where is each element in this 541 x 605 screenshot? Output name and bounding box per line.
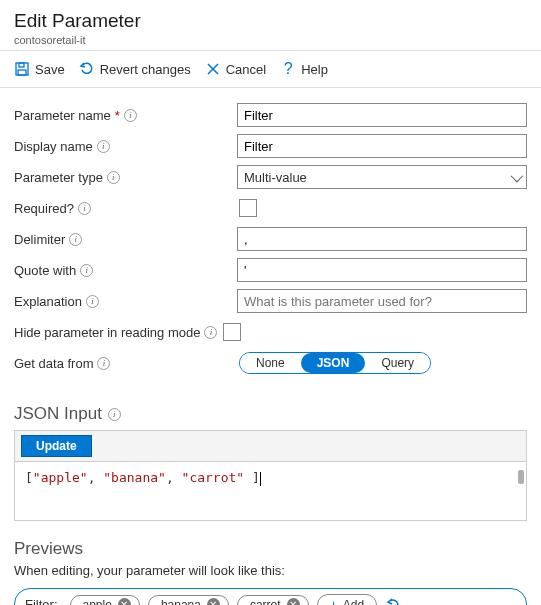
explanation-input[interactable] (237, 289, 527, 313)
close-icon[interactable]: ✕ (207, 598, 220, 605)
close-icon[interactable]: ✕ (118, 598, 131, 605)
code-comma: , (88, 470, 104, 485)
help-button[interactable]: ? Help (280, 61, 328, 77)
cancel-icon (205, 61, 221, 77)
page-title: Edit Parameter (14, 10, 527, 32)
info-icon[interactable]: i (69, 233, 82, 246)
hide-reading-label: Hide parameter in reading mode (14, 325, 200, 340)
help-icon: ? (280, 61, 296, 77)
delimiter-label: Delimiter (14, 232, 65, 247)
param-name-label: Parameter name (14, 108, 111, 123)
pill-text: banana (161, 598, 201, 606)
json-toolbar: Update (15, 431, 526, 462)
page-subtitle: contosoretail-it (14, 34, 527, 46)
required-label: Required? (14, 201, 74, 216)
pill-text: apple (83, 598, 112, 606)
get-data-label: Get data from (14, 356, 93, 371)
pill-item[interactable]: apple ✕ (70, 595, 140, 606)
info-icon[interactable]: i (97, 357, 110, 370)
help-label: Help (301, 62, 328, 77)
preview-pill-row: Filter: apple ✕ banana ✕ carrot ✕ + Add (14, 588, 527, 606)
chevron-down-icon (511, 170, 520, 185)
cancel-button[interactable]: Cancel (205, 61, 266, 77)
header: Edit Parameter contosoretail-it (0, 0, 541, 51)
info-icon[interactable]: i (97, 140, 110, 153)
seg-json[interactable]: JSON (301, 353, 366, 373)
get-data-segmented: None JSON Query (239, 352, 431, 374)
pill-text: carrot (250, 598, 281, 606)
info-icon[interactable]: i (80, 264, 93, 277)
info-icon[interactable]: i (124, 109, 137, 122)
text-caret (260, 472, 261, 486)
code-bracket: [ (25, 470, 33, 485)
json-input-box: Update ["apple", "banana", "carrot" ] (14, 430, 527, 521)
undo-button[interactable] (385, 597, 401, 606)
previews-subhead: When editing, your parameter will look l… (14, 563, 527, 578)
revert-icon (79, 61, 95, 77)
explanation-label: Explanation (14, 294, 82, 309)
previews-heading: Previews (14, 539, 527, 559)
display-name-label: Display name (14, 139, 93, 154)
json-input-heading: JSON Input i (14, 404, 527, 424)
json-editor[interactable]: ["apple", "banana", "carrot" ] (15, 462, 526, 520)
json-input-heading-text: JSON Input (14, 404, 102, 424)
revert-label: Revert changes (100, 62, 191, 77)
info-icon[interactable]: i (108, 408, 121, 421)
add-pill-button[interactable]: + Add (317, 594, 378, 606)
save-icon (14, 61, 30, 77)
svg-rect-1 (19, 63, 24, 67)
info-icon[interactable]: i (107, 171, 120, 184)
param-type-select[interactable]: Multi-value (237, 165, 527, 189)
quote-with-input[interactable] (237, 258, 527, 282)
plus-icon: + (330, 597, 338, 606)
scrollbar-thumb[interactable] (518, 470, 524, 484)
pill-item[interactable]: carrot ✕ (237, 595, 309, 606)
form: Parameter name * i Display name i Parame… (0, 88, 541, 390)
save-label: Save (35, 62, 65, 77)
display-name-input[interactable] (237, 134, 527, 158)
param-type-value: Multi-value (244, 170, 307, 185)
code-string: "apple" (33, 470, 88, 485)
update-button[interactable]: Update (21, 435, 92, 457)
seg-query[interactable]: Query (365, 353, 430, 373)
param-type-label: Parameter type (14, 170, 103, 185)
required-asterisk: * (115, 108, 120, 123)
toolbar: Save Revert changes Cancel ? Help (0, 51, 541, 88)
required-checkbox[interactable] (239, 199, 257, 217)
code-string: "banana" (103, 470, 166, 485)
revert-button[interactable]: Revert changes (79, 61, 191, 77)
close-icon[interactable]: ✕ (287, 598, 300, 605)
code-string: "carrot" (182, 470, 245, 485)
info-icon[interactable]: i (78, 202, 91, 215)
code-comma: , (166, 470, 182, 485)
save-button[interactable]: Save (14, 61, 65, 77)
quote-with-label: Quote with (14, 263, 76, 278)
code-bracket: ] (244, 470, 260, 485)
preview-label: Filter: (25, 597, 62, 605)
seg-none[interactable]: None (240, 353, 301, 373)
delimiter-input[interactable] (237, 227, 527, 251)
add-pill-label: Add (343, 598, 364, 606)
pill-item[interactable]: banana ✕ (148, 595, 229, 606)
svg-rect-2 (18, 70, 26, 75)
info-icon[interactable]: i (86, 295, 99, 308)
cancel-label: Cancel (226, 62, 266, 77)
info-icon[interactable]: i (204, 326, 217, 339)
param-name-input[interactable] (237, 103, 527, 127)
hide-reading-checkbox[interactable] (223, 323, 241, 341)
